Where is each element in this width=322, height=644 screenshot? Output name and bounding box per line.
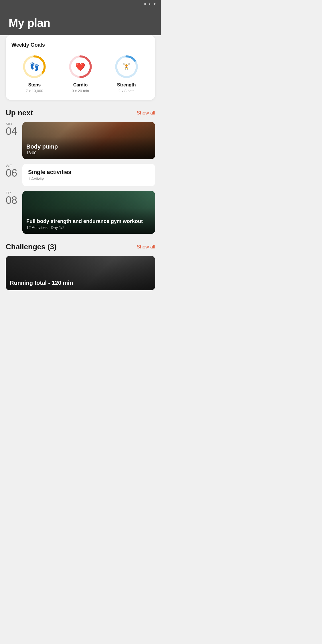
status-bar: ■ ● ▼ [0, 0, 161, 8]
challenges-show-all[interactable]: Show all [137, 244, 155, 250]
workout-sub-0: 18:00 [26, 151, 151, 155]
stop-icon: ■ [144, 2, 146, 6]
day-label-0: MO 04 [6, 122, 18, 137]
schedule-item-2: FR 08 Full body strength and endurance g… [6, 191, 155, 234]
day-num-2: 08 [6, 195, 18, 206]
cardio-sub: 3 x 20 min [72, 89, 89, 93]
weekly-goals-card: Weekly Goals 👣 Steps 7 x 10,000 [6, 35, 155, 100]
schedule-item-1: WE 06 Single activities 1 Activity [6, 164, 155, 186]
workout-image-2: Full body strength and endurance gym wor… [22, 191, 155, 234]
challenges-header: Challenges (3) Show all [6, 242, 155, 251]
up-next-show-all[interactable]: Show all [137, 110, 155, 116]
workout-sub-1: 1 Activity [28, 177, 149, 181]
goal-steps[interactable]: 👣 Steps 7 x 10,000 [21, 54, 47, 93]
workout-card-2[interactable]: Full body strength and endurance gym wor… [22, 191, 155, 234]
up-next-title: Up next [6, 108, 33, 117]
day-num-0: 04 [6, 126, 18, 137]
challenges-title: Challenges (3) [6, 242, 57, 251]
challenge-card-0[interactable]: Running total - 120 min [6, 256, 155, 290]
cardio-circle: ❤️ [68, 54, 93, 80]
workout-plain-1: Single activities 1 Activity [22, 164, 155, 186]
workout-card-0[interactable]: Body pump 18:00 [22, 122, 155, 159]
workout-image-0: Body pump 18:00 [22, 122, 155, 159]
goal-strength[interactable]: 🏋️ Strength 2 x 8 sets [114, 54, 139, 93]
workout-title-1: Single activities [28, 169, 149, 175]
strength-icon: 🏋️ [123, 63, 130, 70]
goals-row: 👣 Steps 7 x 10,000 ❤️ Cardio 3 x 20 min [11, 54, 149, 93]
day-label-2: FR 08 [6, 191, 18, 206]
cardio-label: Cardio [73, 82, 88, 88]
triangle-icon: ▼ [153, 2, 156, 6]
strength-circle: 🏋️ [114, 54, 139, 80]
challenges-section: Challenges (3) Show all Running total - … [6, 242, 155, 290]
goal-cardio[interactable]: ❤️ Cardio 3 x 20 min [68, 54, 93, 93]
workout-card-1[interactable]: Single activities 1 Activity [22, 164, 155, 186]
steps-sub: 7 x 10,000 [26, 89, 43, 93]
steps-circle: 👣 [21, 54, 47, 80]
up-next-header: Up next Show all [6, 108, 155, 117]
schedule-item-0: MO 04 Body pump 18:00 [6, 122, 155, 159]
challenge-title-0: Running total - 120 min [10, 280, 151, 286]
up-next-section: Up next Show all MO 04 Body pump 18:00 W… [6, 108, 155, 234]
steps-label: Steps [28, 82, 41, 88]
cardio-icon: ❤️ [75, 62, 85, 72]
workout-title-2: Full body strength and endurance gym wor… [26, 218, 151, 225]
page-title: My plan [9, 17, 152, 29]
strength-label: Strength [117, 82, 136, 88]
workout-title-0: Body pump [26, 143, 151, 150]
circle-icon: ● [149, 2, 151, 6]
day-num-1: 06 [6, 168, 18, 178]
day-label-1: WE 06 [6, 164, 18, 178]
weekly-goals-title: Weekly Goals [11, 42, 149, 48]
workout-sub-2: 12 Activities | Day 1/2 [26, 225, 151, 230]
main-content: Weekly Goals 👣 Steps 7 x 10,000 [0, 35, 161, 302]
strength-sub: 2 x 8 sets [118, 89, 135, 93]
steps-icon: 👣 [29, 62, 39, 72]
